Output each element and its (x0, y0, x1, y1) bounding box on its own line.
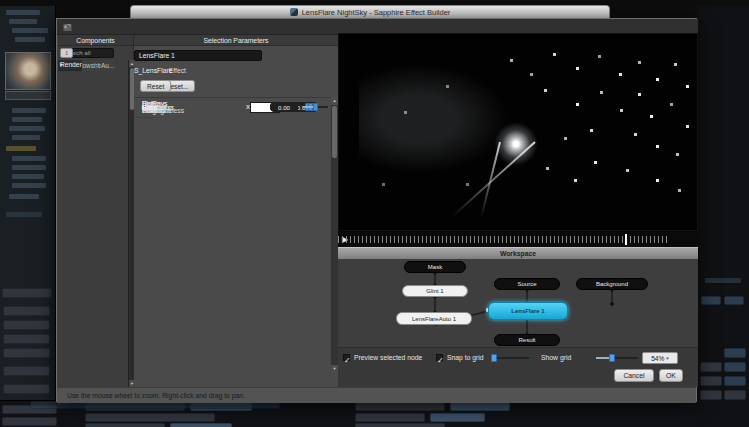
preview-transport: ▶ (338, 231, 698, 247)
preview-clouds (359, 64, 509, 174)
preview-viewport[interactable] (338, 33, 698, 231)
workspace-canvas[interactable]: MaskGlint 1LensFlareAuto 1SourceBackgrou… (338, 259, 698, 347)
node-mask[interactable]: Mask (404, 261, 466, 273)
effect-value: S_LensFlare (134, 67, 173, 74)
node-background[interactable]: Background (576, 278, 648, 290)
playhead[interactable] (625, 234, 627, 245)
node-name-row: Node Name LensFlare 1 (134, 49, 338, 62)
preset-buttons-row: Load Preset... Save Preset... Reset (134, 79, 338, 93)
effect-builder-dialog: ▣▤▦▥↶↷ Components Search all ↕ ▶Adjust▶B… (56, 18, 697, 402)
tree-group-render[interactable]: ▶Render (58, 60, 82, 71)
dialog-title-bar[interactable]: LensFlare NightSky - Sapphire Effect Bui… (130, 5, 610, 18)
node-lensflareauto-1[interactable]: LensFlareAuto 1 (396, 312, 472, 325)
sort-button[interactable]: ↕ (60, 48, 73, 58)
node-lensflare-1[interactable]: LensFlare 1 (488, 302, 568, 320)
param-label: Rays Rotate (152, 100, 172, 114)
snap-to-grid-checkbox[interactable]: ✓ (436, 354, 443, 361)
scroll-up-icon[interactable]: ▲ (331, 97, 338, 105)
node-name-input[interactable]: LensFlare 1 (134, 50, 262, 61)
components-panel: Components Search all ↕ ▶Adjust▶Blur+Sha… (58, 35, 134, 387)
chevron-down-icon: ▾ (666, 355, 669, 361)
preview-selected-node-checkbox[interactable]: ✓ (343, 354, 350, 361)
selection-parameters-panel: Selection Parameters Node Name LensFlare… (134, 35, 338, 387)
reset-button[interactable]: Reset (140, 80, 171, 92)
redo-icon: ↷ (63, 19, 71, 35)
timeline-scrubber[interactable] (338, 236, 668, 243)
cancel-button[interactable]: Cancel (614, 369, 654, 382)
status-text: Use the mouse wheel to zoom. Right-click… (67, 392, 245, 399)
param-slider[interactable] (302, 103, 328, 111)
screen: LensFlare NightSky - Sapphire Effect Bui… (0, 0, 749, 427)
components-tree: ▶Adjust▶Blur+Sharpen▶Composite▶Distort▼L… (58, 60, 128, 387)
node-result[interactable]: Result (494, 334, 560, 346)
parameters-scrollbar[interactable]: ▲ ▼ (331, 97, 338, 373)
zoom-level-dropdown[interactable]: 54% ▾ (642, 352, 678, 364)
dialog-buttons-row: Cancel OK (338, 367, 698, 387)
status-bar: Use the mouse wheel to zoom. Right-click… (57, 387, 696, 403)
workspace-footer: ✓ Preview selected node ✓ Snap to grid S… (338, 347, 698, 367)
preview-city-lights (339, 34, 340, 35)
host-tools-panel (697, 6, 749, 427)
effect-row: Effect S_LensFlare (134, 65, 338, 75)
app-icon (290, 8, 298, 16)
components-header: Components (58, 35, 133, 46)
node-glint-1[interactable]: Glint 1 (402, 285, 468, 297)
host-clip-thumbnail (5, 52, 51, 90)
slider-knob[interactable] (313, 103, 318, 111)
parameters-header: Selection Parameters (134, 35, 338, 46)
parameter-rows: LensNikon AF 85mmScale Widths0.556Rel He… (134, 97, 331, 373)
param-value-field[interactable]: 0.00 (270, 102, 298, 112)
scrollbar-thumb[interactable] (332, 106, 337, 158)
workspace-header: Workspace (338, 247, 698, 259)
host-project-panel (0, 6, 56, 427)
grid-size-slider[interactable] (491, 354, 529, 362)
ok-button[interactable]: OK (659, 369, 683, 382)
param-row-rays-rotate: Rays Rotate0.00 (134, 98, 152, 118)
scroll-down-icon[interactable]: ▼ (331, 365, 338, 373)
workspace-zoom-slider[interactable] (596, 354, 638, 362)
host-timeline-bar (0, 400, 749, 427)
chevron-right-icon: ▶ (60, 62, 63, 67)
host-clip-caption (5, 91, 51, 100)
window-title: LensFlare NightSky - Sapphire Effect Bui… (302, 8, 451, 17)
preview-selected-node-label: Preview selected node (354, 354, 422, 361)
components-search-row: Search all ↕ (58, 46, 134, 59)
show-grid-label: Show grid (541, 354, 571, 361)
preview-lens-flare (494, 122, 538, 166)
snap-to-grid-label: Snap to grid (447, 354, 484, 361)
node-source[interactable]: Source (494, 278, 560, 290)
